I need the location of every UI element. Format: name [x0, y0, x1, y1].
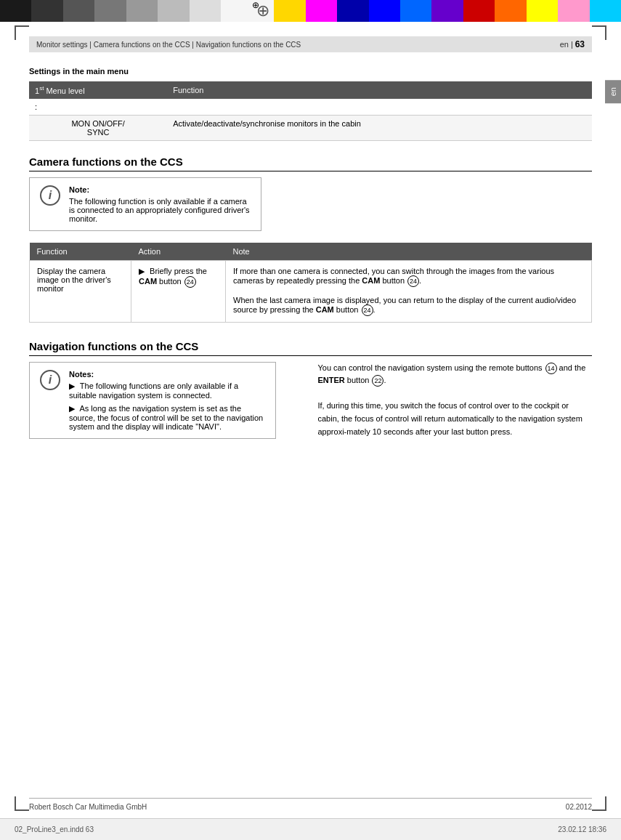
color-swatch-purple	[431, 0, 463, 22]
camera-note-title: Note:	[69, 185, 251, 194]
footer-company: Robert Bosch Car Multimedia GmbH	[29, 803, 147, 811]
settings-cell-mon: MON ON/OFF/SYNC	[29, 115, 167, 140]
settings-col1-header: 1st Menu level	[29, 81, 167, 99]
cam-circle-24: 24	[184, 276, 196, 288]
settings-cell-empty	[167, 99, 592, 116]
arrow-icon: ▶	[139, 267, 145, 275]
color-swatch-white	[221, 0, 252, 22]
corner-bottom-right	[592, 796, 606, 811]
navigation-section-heading: Navigation functions on the CCS	[29, 340, 592, 356]
camera-note-content: Note: The following function is only ava…	[69, 185, 251, 223]
color-swatch-pink	[558, 0, 589, 22]
breadcrumb-bar: Monitor settings | Camera functions on t…	[29, 36, 592, 52]
main-content: Monitor settings | Camera functions on t…	[0, 22, 621, 480]
camera-note-cell: If more than one camera is connected, yo…	[226, 260, 592, 322]
color-swatch-darkblue	[337, 0, 368, 22]
color-swatch-gray2	[126, 0, 158, 22]
camera-section-heading: Camera functions on the CCS	[29, 156, 592, 171]
navigation-right: You can control the navigation system us…	[318, 362, 593, 451]
color-swatch-gray3	[158, 0, 189, 22]
breadcrumb: Monitor settings | Camera functions on t…	[36, 41, 301, 49]
enter-circle-22: 22	[372, 375, 383, 387]
note-col-header: Note	[226, 243, 592, 261]
footer: Robert Bosch Car Multimedia GmbH 02.2012	[29, 798, 592, 811]
color-swatch-mid	[63, 0, 94, 22]
bottom-bar-right: 23.02.12 18:36	[558, 825, 606, 833]
color-swatch-yellow2	[527, 0, 558, 22]
navigation-note-title: Notes:	[69, 370, 265, 379]
page-indicator: en | 63	[560, 39, 585, 49]
settings-cell-function: Activate/deactivate/synchronise monitors…	[167, 115, 592, 140]
camera-function-table: Function Action Note Display the camera …	[29, 243, 592, 323]
info-icon: i	[40, 185, 60, 206]
color-swatch-red	[463, 0, 495, 22]
color-swatch-black	[0, 0, 31, 22]
navigation-layout: i Notes: ▶ The following functions are o…	[29, 362, 592, 451]
camera-note-box: i Note: The following function is only a…	[29, 177, 261, 231]
crosshair-icon: ⊕	[252, 0, 274, 22]
color-swatch-dark	[31, 0, 62, 22]
table-row: :	[29, 99, 592, 116]
enter-label: ENTER	[318, 376, 345, 384]
color-swatch-orange	[495, 0, 526, 22]
info-icon-nav: i	[40, 370, 60, 390]
table-row: MON ON/OFF/SYNC Activate/deactivate/sync…	[29, 115, 592, 140]
bottom-bar-left: 02_ProLine3_en.indd 63	[15, 825, 94, 833]
footer-date: 02.2012	[566, 803, 592, 811]
color-swatch-medblue	[400, 0, 431, 22]
table-row: Display the camera image on the driver's…	[30, 260, 592, 322]
navigation-note-content: Notes: ▶ The following functions are onl…	[69, 370, 265, 431]
settings-cell-colon: :	[29, 99, 167, 116]
color-swatch-magenta	[306, 0, 337, 22]
cam-button-label: CAM	[139, 277, 157, 286]
settings-heading: Settings in the main menu	[29, 67, 592, 76]
language-tab: en	[605, 80, 621, 103]
camera-note-text: The following function is only available…	[69, 197, 251, 223]
color-swatch-gray1	[94, 0, 126, 22]
color-swatch-light	[190, 0, 221, 22]
color-swatch-blue	[369, 0, 400, 22]
settings-col2-header: Function	[167, 81, 592, 99]
camera-action-cell: ▶ Briefly press the CAM button 24	[131, 260, 226, 322]
navigation-note-item1: ▶ The following functions are only avail…	[69, 381, 265, 400]
bottom-bar: 02_ProLine3_en.indd 63 23.02.12 18:36	[0, 818, 621, 840]
color-swatch-yellow	[274, 0, 305, 22]
color-bar: ⊕	[0, 0, 621, 22]
bullet-arrow-icon: ▶	[69, 381, 75, 390]
camera-function-cell: Display the camera image on the driver's…	[30, 260, 131, 322]
corner-bottom-left	[15, 796, 29, 811]
function-col-header: Function	[30, 243, 131, 261]
settings-table: 1st Menu level Function : MON ON/OFF/SYN…	[29, 81, 592, 141]
remote-circle-14: 14	[545, 363, 557, 374]
action-col-header: Action	[131, 243, 226, 261]
navigation-note-box: i Notes: ▶ The following functions are o…	[29, 362, 276, 439]
color-swatch-cyan	[590, 0, 621, 22]
bullet-arrow-icon2: ▶	[69, 404, 75, 413]
navigation-note-item2: ▶ As long as the navigation system is se…	[69, 404, 265, 431]
navigation-left: i Notes: ▶ The following functions are o…	[29, 362, 304, 451]
